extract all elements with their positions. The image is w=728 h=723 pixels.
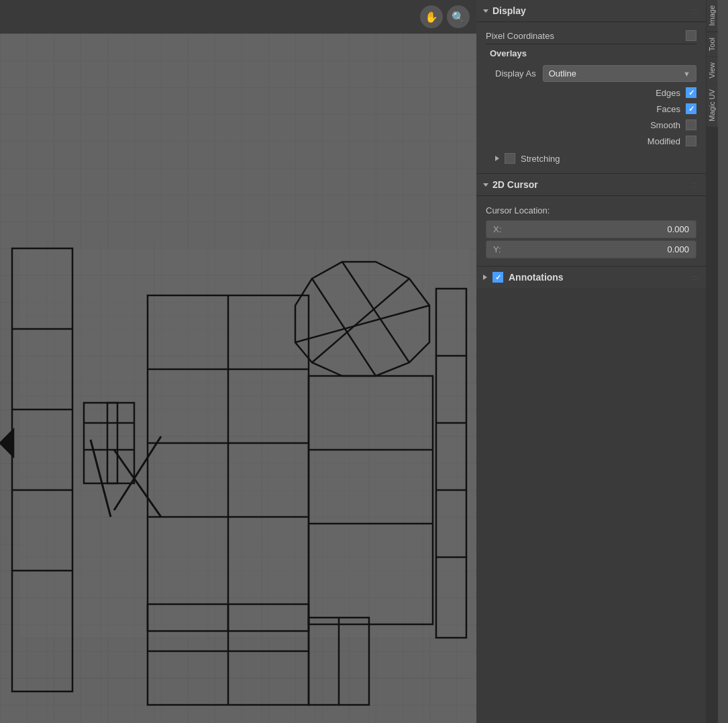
annotations-title: Annotations: [509, 272, 686, 283]
smooth-checkbox[interactable]: [686, 119, 696, 130]
pixel-coordinates-label: Pixel Coordinates: [486, 31, 554, 41]
display-as-row: Display As Outline ▼: [495, 62, 696, 85]
smooth-label: Smooth: [650, 120, 680, 130]
dropdown-arrow-icon: ▼: [683, 70, 690, 78]
cursor-y-field[interactable]: Y: 0.000: [486, 240, 696, 258]
annotations-expand-icon[interactable]: [483, 275, 487, 280]
right-panel: Display ::: Pixel Coordinates Overlays D…: [476, 0, 718, 723]
stretching-expand-icon[interactable]: [495, 156, 499, 161]
panel-content: Display ::: Pixel Coordinates Overlays D…: [476, 0, 706, 723]
cursor-x-value: 0.000: [507, 224, 689, 234]
smooth-row: Smooth: [495, 117, 696, 133]
modified-label: Modified: [647, 136, 680, 146]
display-section-header[interactable]: Display :::: [476, 0, 706, 22]
cursor-x-label: X:: [493, 224, 507, 234]
cursor-y-label: Y:: [493, 244, 507, 254]
cursor-2d-collapse-icon: [483, 183, 488, 187]
zoom-tool-button[interactable]: 🔍: [447, 5, 470, 28]
overlays-title: Overlays: [490, 48, 527, 58]
sidebar-tab-view[interactable]: View: [707, 57, 718, 84]
annotations-checkbox[interactable]: [492, 272, 503, 283]
cursor-2d-section-title: 2D Cursor: [492, 179, 692, 190]
side-tabs: Image Tool View Magic UV: [706, 0, 718, 723]
cursor-location-label: Cursor Location:: [486, 201, 696, 218]
uv-viewport[interactable]: [0, 34, 476, 723]
display-as-dropdown[interactable]: Outline ▼: [543, 65, 696, 82]
display-section-title: Display: [492, 5, 692, 16]
faces-row: Faces: [495, 101, 696, 117]
pixel-coordinates-row: Pixel Coordinates: [486, 28, 696, 44]
stretching-checkbox[interactable]: [505, 153, 515, 164]
faces-checkbox[interactable]: [686, 103, 696, 114]
faces-label: Faces: [657, 104, 680, 114]
cursor-2d-section-header[interactable]: 2D Cursor :::: [476, 174, 706, 196]
viewport-toolbar: ✋ 🔍: [0, 0, 476, 34]
cursor-y-value: 0.000: [507, 244, 689, 254]
display-section-content: Pixel Coordinates Overlays Display As Ou…: [476, 22, 706, 174]
edges-label: Edges: [656, 88, 680, 98]
stretching-row[interactable]: Stretching: [495, 149, 696, 168]
display-as-label: Display As: [495, 68, 536, 79]
cursor-2d-content: Cursor Location: X: 0.000 Y: 0.000: [476, 196, 706, 267]
uv-mesh: [0, 34, 476, 723]
edges-checkbox[interactable]: [686, 87, 696, 98]
pixel-coordinates-checkbox[interactable]: [686, 30, 696, 41]
display-collapse-icon: [483, 9, 488, 13]
overlays-content: Display As Outline ▼ Edges Faces: [486, 62, 696, 168]
modified-row: Modified: [495, 133, 696, 149]
edges-row: Edges: [495, 85, 696, 101]
stretching-label: Stretching: [521, 154, 560, 164]
cursor-2d-drag-handle: :::: [692, 181, 699, 189]
sidebar-tab-tool[interactable]: Tool: [707, 32, 718, 56]
sidebar-tab-image[interactable]: Image: [707, 0, 718, 32]
modified-checkbox[interactable]: [686, 136, 696, 146]
annotations-row[interactable]: Annotations :::: [476, 267, 706, 288]
display-drag-handle: :::: [692, 7, 699, 15]
cursor-x-field[interactable]: X: 0.000: [486, 220, 696, 238]
viewport[interactable]: ✋ 🔍: [0, 0, 476, 723]
annotations-drag-handle: :::: [692, 274, 699, 281]
sidebar-tab-magic-uv[interactable]: Magic UV: [707, 84, 718, 127]
svg-marker-52: [0, 430, 13, 456]
hand-tool-button[interactable]: ✋: [420, 5, 443, 28]
overlays-header[interactable]: Overlays: [486, 44, 696, 62]
display-as-value: Outline: [549, 68, 576, 79]
